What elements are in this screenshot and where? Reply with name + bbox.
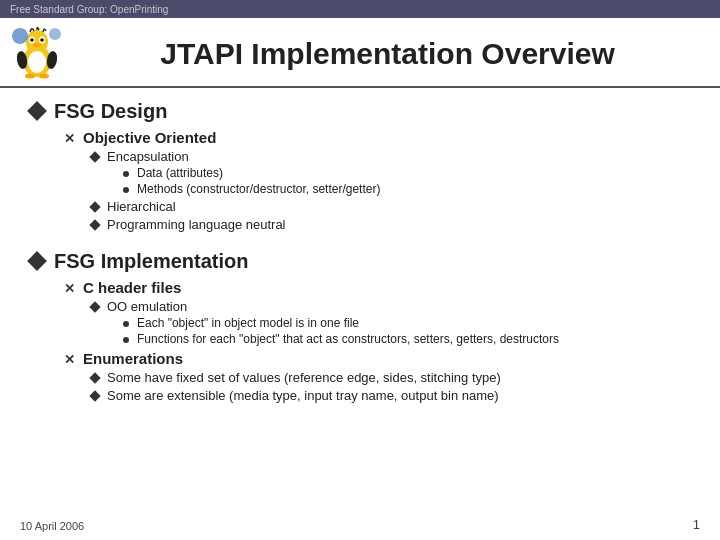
level4-item: Functions for each "object" that act as …	[123, 332, 559, 346]
section-title: FSG Design	[54, 100, 690, 123]
svg-point-7	[28, 51, 46, 73]
level3-bullet-icon	[89, 301, 100, 312]
level4-bullet-icon	[123, 171, 129, 177]
svg-point-9	[39, 74, 49, 79]
logo-icon	[10, 26, 65, 81]
section: FSG Design✕Objective OrientedEncapsulati…	[30, 100, 690, 236]
sub-content: C header filesOO emulationEach "object" …	[83, 279, 690, 346]
section-content: FSG Implementation✕C header filesOO emul…	[54, 250, 690, 407]
sub-item: ✕C header filesOO emulationEach "object"…	[64, 279, 690, 346]
level4-item: Data (attributes)	[123, 166, 380, 180]
page-title: JTAPI Implementation Overview	[75, 37, 700, 71]
svg-point-13	[49, 28, 61, 40]
section-bullet-icon	[27, 251, 47, 271]
sub-content: EnumerationsSome have fixed set of value…	[83, 350, 690, 403]
level3-content: Hierarchical	[107, 199, 176, 214]
level3-item: OO emulationEach "object" in object mode…	[91, 299, 690, 346]
level3-content: Some have fixed set of values (reference…	[107, 370, 501, 385]
level4-text: Each "object" in object model is in one …	[137, 316, 359, 330]
sub-content: Objective OrientedEncapsulationData (att…	[83, 129, 690, 232]
level3-text: Some are extensible (media type, input t…	[107, 388, 499, 403]
sub-bullet-x-icon: ✕	[64, 131, 75, 146]
level3-item: EncapsulationData (attributes)Methods (c…	[91, 149, 690, 196]
sub-title: Objective Oriented	[83, 129, 690, 146]
svg-point-4	[30, 38, 34, 42]
svg-point-5	[40, 38, 44, 42]
svg-point-12	[12, 28, 28, 44]
level4-text: Functions for each "object" that act as …	[137, 332, 559, 346]
level3-text: Encapsulation	[107, 149, 380, 164]
level3-item: Some are extensible (media type, input t…	[91, 388, 690, 403]
level3-bullet-icon	[89, 390, 100, 401]
level3-content: Programming language neutral	[107, 217, 286, 232]
main-content: FSG Design✕Objective OrientedEncapsulati…	[0, 88, 720, 431]
level3-content: Some are extensible (media type, input t…	[107, 388, 499, 403]
top-bar: Free Standard Group: OpenPrinting	[0, 0, 720, 18]
level3-text: Hierarchical	[107, 199, 176, 214]
section: FSG Implementation✕C header filesOO emul…	[30, 250, 690, 407]
sub-title: C header files	[83, 279, 690, 296]
level3-bullet-icon	[89, 219, 100, 230]
sub-bullet-x-icon: ✕	[64, 352, 75, 367]
level3-bullet-icon	[89, 372, 100, 383]
level3-item: Hierarchical	[91, 199, 690, 214]
footer-date: 10 April 2006	[20, 520, 84, 532]
level3-bullet-icon	[89, 151, 100, 162]
level3-content: OO emulationEach "object" in object mode…	[107, 299, 559, 346]
level3-item: Some have fixed set of values (reference…	[91, 370, 690, 385]
level3-text: Some have fixed set of values (reference…	[107, 370, 501, 385]
section-content: FSG Design✕Objective OrientedEncapsulati…	[54, 100, 690, 236]
page-number: 1	[693, 517, 700, 532]
sub-title: Enumerations	[83, 350, 690, 367]
level4-bullet-icon	[123, 337, 129, 343]
sub-item: ✕EnumerationsSome have fixed set of valu…	[64, 350, 690, 403]
sub-bullet-x-icon: ✕	[64, 281, 75, 296]
level4-item: Methods (constructor/destructor, setter/…	[123, 182, 380, 196]
top-bar-label: Free Standard Group: OpenPrinting	[10, 4, 168, 15]
level3-item: Programming language neutral	[91, 217, 690, 232]
level4-text: Methods (constructor/destructor, setter/…	[137, 182, 380, 196]
svg-point-8	[25, 74, 35, 79]
level3-bullet-icon	[89, 201, 100, 212]
level3-text: OO emulation	[107, 299, 559, 314]
level4-item: Each "object" in object model is in one …	[123, 316, 559, 330]
sub-item: ✕Objective OrientedEncapsulationData (at…	[64, 129, 690, 232]
level4-bullet-icon	[123, 187, 129, 193]
level4-bullet-icon	[123, 321, 129, 327]
svg-point-1	[26, 30, 48, 54]
section-title: FSG Implementation	[54, 250, 690, 273]
svg-point-6	[33, 43, 41, 47]
level3-content: EncapsulationData (attributes)Methods (c…	[107, 149, 380, 196]
header-area: JTAPI Implementation Overview	[0, 18, 720, 88]
level4-text: Data (attributes)	[137, 166, 223, 180]
level3-text: Programming language neutral	[107, 217, 286, 232]
section-bullet-icon	[27, 101, 47, 121]
